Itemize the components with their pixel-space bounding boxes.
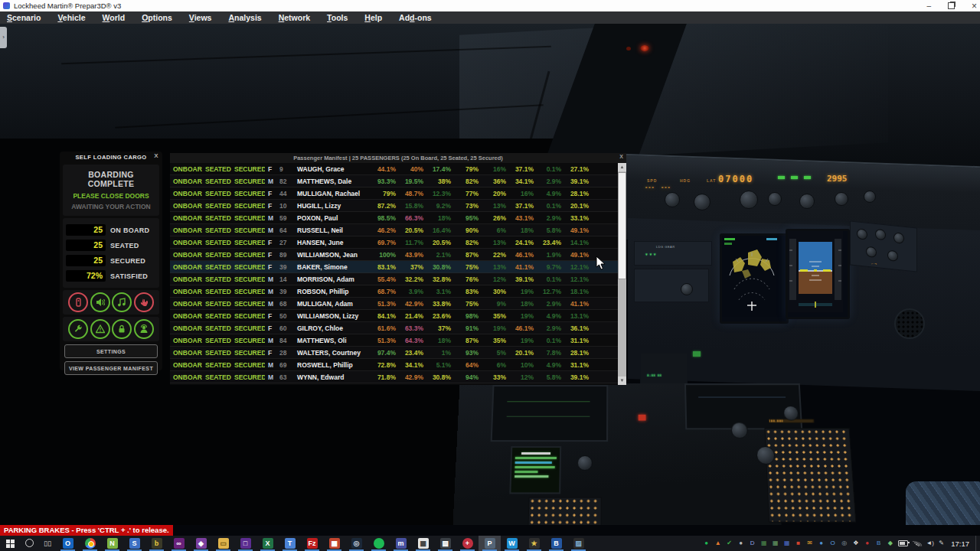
- table-row[interactable]: ONBOARDSEATEDSECUREDM84MATTHEWS, Oli51.3…: [170, 334, 618, 347]
- fcu-knob-5[interactable]: [799, 194, 815, 209]
- taskbar-app-spotify[interactable]: [368, 536, 390, 551]
- menu-scenario[interactable]: Scenario: [0, 11, 49, 24]
- mcdu-keyboard[interactable]: [528, 497, 601, 525]
- menu-analysis[interactable]: Analysis: [220, 11, 270, 24]
- pedestal-knob-4[interactable]: [783, 406, 799, 420]
- menu-add-ons[interactable]: Add-ons: [390, 11, 440, 24]
- taskbar-app-photos-app[interactable]: ▨: [567, 536, 590, 551]
- taskbar-app-grid-app[interactable]: ▦: [412, 536, 434, 551]
- announcement-button[interactable]: [90, 292, 110, 312]
- call-crew-button[interactable]: [134, 292, 154, 312]
- pedestal-knob-1[interactable]: [577, 455, 593, 471]
- menu-tools[interactable]: Tools: [318, 11, 356, 24]
- terrain-tray-icon[interactable]: ▦: [758, 536, 769, 551]
- taskbar-app-prepar3d[interactable]: P: [479, 536, 501, 551]
- table-row[interactable]: ONBOARDSEATEDSECUREDF50WILLIAMSON, Lizzy…: [170, 310, 618, 322]
- volume-icon[interactable]: ◄): [924, 536, 936, 551]
- taskbar-app-blue-app[interactable]: B: [545, 536, 567, 551]
- taskbar-app-file-explorer[interactable]: ▭: [212, 536, 234, 551]
- terrain2-tray-icon[interactable]: ▦: [769, 536, 781, 551]
- table-row[interactable]: ONBOARDSEATEDSECUREDM69ROSWELL, Phillip7…: [170, 359, 618, 371]
- menu-world[interactable]: World: [94, 11, 134, 24]
- table-row[interactable]: ONBOARDSEATEDSECUREDF39BAKER, Simone83.1…: [170, 261, 618, 273]
- start-button[interactable]: [0, 536, 20, 551]
- grid-blue-tray-icon[interactable]: ▦: [781, 536, 792, 551]
- table-row[interactable]: ONBOARDSEATEDSECUREDM39ROBSON, Phillip68…: [170, 285, 618, 298]
- close-button[interactable]: ×: [972, 1, 977, 11]
- discord-tray-icon[interactable]: D: [746, 536, 758, 551]
- menu-network[interactable]: Network: [270, 11, 318, 24]
- fcu-alt-knob[interactable]: [740, 191, 758, 209]
- table-row[interactable]: ONBOARDSEATEDSECUREDF60GILROY, Chloe61.6…: [170, 322, 618, 334]
- menu-vehicle[interactable]: Vehicle: [49, 11, 93, 24]
- taskbar-app-book-app[interactable]: ▤: [434, 536, 456, 551]
- taskbar-app-steam[interactable]: ◎: [345, 536, 368, 551]
- taskbar-app-visual-studio[interactable]: ∞: [168, 536, 190, 551]
- table-row[interactable]: ONBOARDSEATEDSECUREDF28WALTERS, Courtney…: [170, 347, 618, 359]
- menu-help[interactable]: Help: [356, 11, 390, 24]
- table-row[interactable]: ONBOARDSEATEDSECUREDM59POXON, Paul98.5%6…: [170, 212, 618, 224]
- bluetooth-tray-icon[interactable]: B: [873, 536, 884, 551]
- show-desktop-button[interactable]: [975, 536, 980, 551]
- table-row[interactable]: ONBOARDSEATEDSECUREDM82MATTHEWS, Dale93.…: [170, 175, 618, 187]
- red-dot-tray-icon[interactable]: ●: [861, 536, 873, 551]
- table-row[interactable]: ONBOARDSEATEDSECUREDF27HANSEN, June69.7%…: [170, 236, 618, 249]
- pedestal-knob-3[interactable]: [756, 446, 776, 465]
- taskbar-app-sql-tool[interactable]: S: [123, 536, 145, 551]
- table-row[interactable]: ONBOARDSEATEDSECUREDF44MULLIGAN, Rachael…: [170, 187, 618, 200]
- taskbar-app-red-grid-app[interactable]: ▦: [323, 536, 345, 551]
- orange-tray-icon[interactable]: ▲: [712, 536, 724, 551]
- gray-ball-tray-icon[interactable]: ●: [735, 536, 746, 551]
- terrain-button[interactable]: [693, 351, 701, 357]
- pedestal-knob-2[interactable]: [731, 422, 749, 439]
- scroll-up-arrow[interactable]: ▲: [618, 163, 626, 171]
- taskbar-app-purple-app[interactable]: □: [234, 536, 256, 551]
- taskbar-app-mixer[interactable]: m: [390, 536, 412, 551]
- defender-tray-icon[interactable]: ✔: [724, 536, 735, 551]
- table-row[interactable]: ONBOARDSEATEDSECUREDF89WILLIAMSON, Jean1…: [170, 249, 618, 261]
- table-row[interactable]: ONBOARDSEATEDSECUREDM68MULLIGAN, Adam51.…: [170, 298, 618, 310]
- seatbelt-sign-button[interactable]: [68, 292, 88, 312]
- crew-button[interactable]: [134, 319, 154, 339]
- table-row[interactable]: ONBOARDSEATEDSECUREDM14MORRISON, Adam55.…: [170, 273, 618, 285]
- menu-options[interactable]: Options: [133, 11, 181, 24]
- chat-tray-icon[interactable]: ◆: [884, 536, 896, 551]
- side-panel-pull-tab[interactable]: ›: [0, 27, 7, 48]
- alerts-button[interactable]: [90, 319, 110, 339]
- fcu-baro-knob[interactable]: [835, 192, 848, 206]
- taskbar-app-teams[interactable]: T: [279, 536, 301, 551]
- spotify-tray-icon[interactable]: ●: [701, 536, 712, 551]
- dropbox-tray-icon[interactable]: ❖: [850, 536, 861, 551]
- scroll-down-arrow[interactable]: ▼: [618, 377, 626, 385]
- taskbar-app-outlook[interactable]: O: [57, 536, 79, 551]
- taskbar-app-visual-studio-code[interactable]: ◆: [190, 536, 212, 551]
- taskbar-app-notepad-plus[interactable]: N: [101, 536, 123, 551]
- autobrake-knob[interactable]: [681, 283, 693, 295]
- slc-close-button[interactable]: X: [154, 152, 158, 159]
- manifest-scrollbar[interactable]: ▲ ▼: [618, 163, 626, 385]
- table-row[interactable]: ONBOARDSEATEDSECUREDM64RUSSELL, Neil46.2…: [170, 224, 618, 236]
- taskbar-clock[interactable]: 17:17: [951, 540, 969, 548]
- red-app-tray-icon[interactable]: ■: [792, 536, 804, 551]
- table-row[interactable]: ONBOARDSEATEDSECUREDM44MACDONALD, Adam45…: [170, 383, 618, 385]
- steam-tray-icon[interactable]: ◎: [838, 536, 850, 551]
- restore-button[interactable]: [948, 2, 955, 9]
- menu-views[interactable]: Views: [181, 11, 220, 24]
- manifest-close-button[interactable]: X: [619, 154, 623, 159]
- fcu-knob-7[interactable]: [864, 191, 876, 203]
- fcu-spd-knob[interactable]: [665, 192, 680, 207]
- pen-icon[interactable]: ✎: [936, 536, 947, 551]
- minimize-button[interactable]: –: [926, 2, 931, 10]
- service-button[interactable]: [68, 319, 88, 339]
- outlook-tray-icon[interactable]: O: [827, 536, 838, 551]
- scrollbar-thumb[interactable]: [618, 172, 626, 279]
- mail-tray-icon[interactable]: ✉: [804, 536, 815, 551]
- taskbar-app-windows-app[interactable]: W: [501, 536, 523, 551]
- battery-icon[interactable]: [898, 540, 908, 546]
- cortana-button[interactable]: [20, 536, 38, 550]
- radio-panel-keys[interactable]: [764, 428, 856, 522]
- settings-button[interactable]: SETTINGS: [64, 344, 158, 358]
- secure-doors-button[interactable]: [112, 319, 132, 339]
- taskbar-app-star-app[interactable]: ★: [523, 536, 545, 551]
- table-row[interactable]: ONBOARDSEATEDSECUREDF9WAUGH, Grace44.1%4…: [170, 163, 618, 175]
